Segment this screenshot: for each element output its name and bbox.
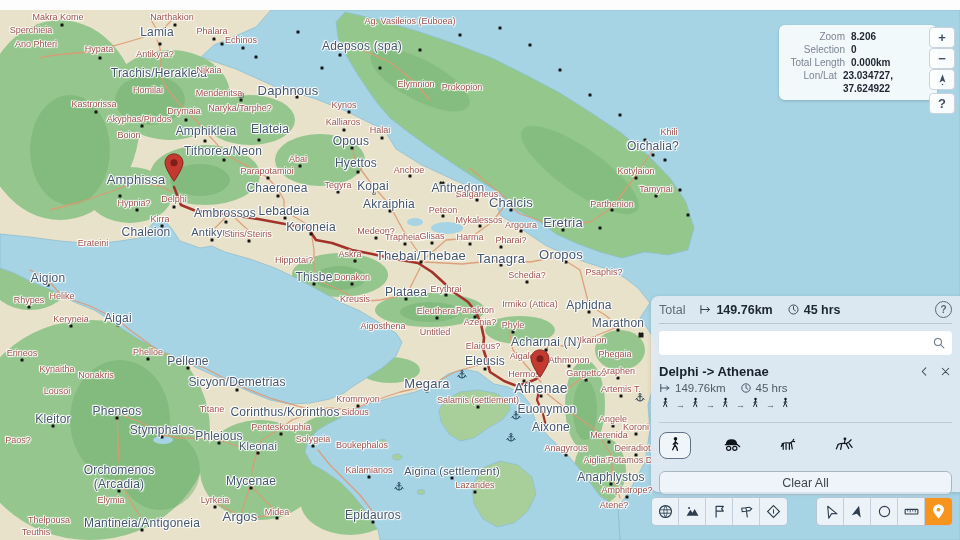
walk-leg-icon: [779, 396, 792, 414]
status-row: Selection0: [787, 43, 929, 56]
total-time: 45 hrs: [787, 303, 841, 317]
route-leg-sequence: →→→→: [659, 397, 952, 413]
question-icon: ?: [938, 96, 946, 111]
circle-icon: [876, 503, 893, 520]
cursor-filled-button[interactable]: [844, 498, 871, 525]
mode-walk-button[interactable]: [659, 432, 691, 459]
location-pin-icon: [930, 503, 947, 520]
north-arrow-icon: [935, 72, 950, 87]
panel-help-button[interactable]: ?: [935, 301, 952, 318]
help-button[interactable]: ?: [929, 93, 955, 114]
waypoint-diamond-icon: [765, 503, 782, 520]
route-collapse-button[interactable]: [918, 365, 931, 378]
arrow-right-icon: →: [676, 400, 685, 410]
distance-icon: [659, 382, 671, 394]
cart-icon: [722, 436, 741, 455]
status-row: Total Length0.000km: [787, 56, 929, 69]
mode-donkey-button[interactable]: [771, 432, 803, 459]
mode-cart-button[interactable]: [715, 432, 747, 459]
clock-icon: [787, 303, 800, 316]
route-title: Delphi -> Athenae: [659, 364, 769, 379]
minus-icon: −: [938, 51, 946, 66]
donkey-icon: [778, 436, 797, 455]
zoom-in-button[interactable]: +: [929, 27, 955, 48]
toolbar-tools-group: [816, 497, 953, 526]
arrow-right-icon: →: [766, 400, 775, 410]
route-panel: Total 149.76km 45 hrs ? Delphi -> Athena…: [651, 296, 960, 492]
search-input[interactable]: [665, 335, 932, 351]
flag-icon: [711, 503, 728, 520]
cursor-outline-icon: [822, 503, 839, 520]
circle-button[interactable]: [871, 498, 898, 525]
flag-button[interactable]: [706, 498, 733, 525]
arrow-right-icon: →: [706, 400, 715, 410]
toolbar-layers-group: [651, 497, 788, 526]
route-panel-header: Total 149.76km 45 hrs ?: [659, 296, 952, 324]
status-row: Zoom8.206: [787, 30, 929, 43]
horse-icon: [834, 436, 853, 455]
terrain-button[interactable]: [679, 498, 706, 525]
top-strip: [0, 0, 960, 10]
route-remove-button[interactable]: [939, 365, 952, 378]
route-distance: 149.76km: [659, 382, 726, 394]
signpost-button[interactable]: [733, 498, 760, 525]
location-pin-button[interactable]: [925, 498, 952, 525]
search-icon[interactable]: [932, 336, 946, 350]
status-row: Lon/Lat23.034727, 37.624922: [787, 69, 929, 95]
ruler-icon: [903, 503, 920, 520]
walk-leg-icon: [689, 396, 702, 414]
zoom-out-button[interactable]: −: [929, 48, 955, 69]
arrow-right-icon: →: [736, 400, 745, 410]
plus-icon: +: [938, 30, 946, 45]
waypoint-diamond-button[interactable]: [760, 498, 787, 525]
walk-leg-icon: [719, 396, 732, 414]
distance-icon: [699, 303, 712, 316]
globe-icon: [657, 503, 674, 520]
walk-icon: [666, 436, 685, 455]
globe-button[interactable]: [652, 498, 679, 525]
chevron-left-icon: [918, 365, 931, 378]
signpost-icon: [738, 503, 755, 520]
ruler-button[interactable]: [898, 498, 925, 525]
terrain-icon: [684, 503, 701, 520]
cursor-filled-icon: [849, 503, 866, 520]
close-icon: [939, 365, 952, 378]
clear-all-button[interactable]: Clear All: [659, 471, 952, 495]
search-box: [659, 331, 952, 355]
clock-icon: [740, 382, 752, 394]
route-time: 45 hrs: [740, 382, 788, 394]
walk-leg-icon: [749, 396, 762, 414]
route-item[interactable]: Delphi -> Athenae: [659, 364, 952, 379]
map-application: Adepsos (spa)LamiaTrachis/HerakleiaDaphn…: [0, 0, 960, 540]
transport-mode-row: [659, 422, 952, 459]
route-metrics: 149.76km 45 hrs: [659, 382, 952, 394]
walk-leg-icon: [659, 396, 672, 414]
cursor-outline-button[interactable]: [817, 498, 844, 525]
compass-reset-button[interactable]: [929, 69, 955, 90]
map-status-panel: Zoom8.206Selection0Total Length0.000kmLo…: [779, 25, 937, 100]
total-label: Total: [659, 303, 685, 317]
mode-horse-button[interactable]: [827, 432, 859, 459]
total-distance: 149.76km: [699, 303, 772, 317]
